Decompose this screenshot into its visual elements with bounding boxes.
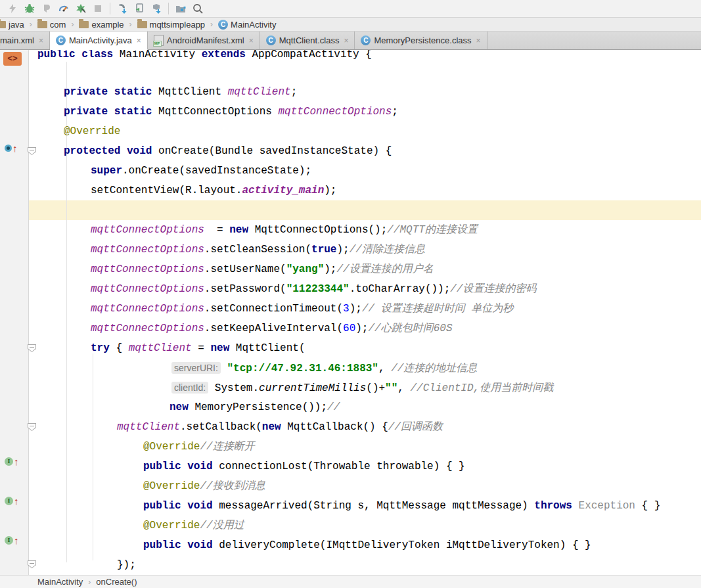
run-icon[interactable] [4,1,21,16]
close-icon[interactable]: × [476,36,481,45]
code-field: mqttConnectOptions [91,263,204,275]
fold-marker[interactable] [28,344,36,352]
debug-icon[interactable] [21,1,38,16]
stop-icon[interactable] [89,1,106,16]
fold-marker[interactable] [28,423,36,431]
chevron-separator: › [129,20,132,29]
overrides-method-icon[interactable]: ↑ [5,144,18,152]
code-line[interactable]: mqttConnectOptions = new MqttConnectOpti… [91,220,478,240]
breadcrumb-item-mqttsimpleapp[interactable]: mqttsimpleapp [136,20,207,30]
tab-MainActivity.java[interactable]: CMainActivity.java× [50,32,148,50]
code-line[interactable]: }); [117,555,136,575]
code-field: mqttConnectOptions [91,224,204,236]
run-on-device-icon[interactable] [131,1,148,16]
tab-MqttClient.class[interactable]: CMqttClient.class× [260,32,355,49]
code-editor[interactable]: <> public class MainActivity extends App… [0,50,701,575]
implements-method-icon[interactable]: I↑ [5,457,19,466]
code-cmt: //清除连接信息 [350,244,425,256]
code-line[interactable]: public void connectionLost(Throwable thr… [143,457,465,476]
code-line[interactable]: mqttConnectOptions.setPassword("11223344… [91,279,537,299]
code-tag-icon[interactable]: <> [3,52,22,66]
code-line[interactable]: try { mqttClient = new MqttClient( [91,338,305,358]
close-icon[interactable]: × [137,36,141,45]
code-line[interactable]: mqttConnectOptions.setCleanSession(true)… [91,240,425,260]
code-kw: new [210,342,229,354]
code-kw: super [91,165,122,177]
code-hint: serverURI: [171,362,221,374]
code-line[interactable]: new MemoryPersistence());// [170,397,340,417]
code-plain: , [378,363,391,374]
close-icon[interactable]: × [344,36,348,45]
fold-marker[interactable] [28,147,36,155]
code-line[interactable]: mqttConnectOptions.setKeepAliveInterval(… [91,319,452,338]
coverage-icon[interactable] [38,1,55,16]
implements-method-icon[interactable]: I↑ [5,497,19,505]
tab-MemoryPersistence.class[interactable]: CMemoryPersistence.class× [355,32,487,49]
attach-debugger-icon[interactable] [114,1,131,16]
code-line[interactable]: serverURI: "tcp://47.92.31.46:1883", //连… [171,358,477,378]
code-line[interactable]: mqttConnectOptions.setConnectionTimeout(… [91,299,513,319]
code-plain: ; [392,106,398,118]
code-line[interactable]: setContentView(R.layout.activity_main); [91,181,336,200]
code-cmt: //连接断开 [200,441,254,453]
code-it: currentTimeMillis [259,382,366,394]
code-line[interactable]: public void deliveryComplete(IMqttDelive… [143,535,591,555]
breadcrumb-item-com[interactable]: com [36,20,68,30]
up-arrow-icon: ↑ [14,536,19,545]
code-line[interactable]: mqttClient.setCallback(new MqttCallback(… [117,417,443,437]
code-str: "" [385,382,397,394]
sdk-manager-icon[interactable] [148,1,165,16]
search-icon[interactable] [189,1,206,16]
fold-marker[interactable] [28,560,36,568]
code-plain: ); [336,244,349,256]
implements-method-icon[interactable]: I↑ [5,536,19,545]
code-bi: activity_main [242,185,324,196]
manifest-file-icon [154,35,164,46]
breadcrumb-item-MainActivity[interactable]: CMainActivity [217,20,277,30]
code-kw: protected void [64,145,152,157]
close-icon[interactable]: × [39,36,43,45]
code-line[interactable]: private static MqttConnectOptions mqttCo… [64,102,398,122]
code-line[interactable]: public class MainActivity extends AppCom… [37,50,372,64]
code-plain [221,363,227,374]
code-plain: = [192,342,211,354]
code-field: mqttClient [228,86,291,98]
code-line[interactable]: public void messageArrived(String s, Mqt… [143,496,660,516]
breadcrumb: java›com›example›mqttsimpleapp›CMainActi… [0,18,701,32]
code-line[interactable]: @Override [64,122,120,141]
code-cmt: //回调函数 [388,421,443,433]
tab-label: AndroidManifest.xml [167,35,244,45]
code-plain: messageArrived(String s, MqttMessage mqt… [213,500,535,512]
code-line[interactable]: protected void onCreate(Bundle savedInst… [64,141,392,161]
code-kw: public void [143,461,213,472]
code-kw: try [91,342,110,354]
code-plain: ); [324,185,336,196]
profiler-icon[interactable] [55,1,72,16]
up-arrow-icon: ↑ [14,497,19,505]
code-line[interactable]: super.onCreate(savedInstanceState); [91,161,311,181]
close-icon[interactable]: × [249,36,254,45]
code-line[interactable]: @Override//连接断开 [143,437,255,457]
status-class[interactable]: MainActivity [37,577,83,587]
code-plain: ()+ [366,382,385,394]
project-structure-icon[interactable] [172,1,189,16]
code-gray: Exception [572,500,642,512]
code-cmt: // [327,401,340,413]
code-line[interactable]: clientId: System.currentTimeMillis()+"",… [171,378,553,397]
status-method[interactable]: onCreate() [96,577,137,587]
code-line[interactable]: @Override//接收到消息 [143,476,265,496]
ide-window: java›com›example›mqttsimpleapp›CMainActi… [0,0,701,588]
tab-activity_main.xml[interactable]: activity_main.xml× [0,32,50,49]
chevron-separator: › [30,20,32,29]
code-plain: }); [117,559,136,571]
class-icon: C [56,35,66,45]
code-line[interactable]: private static MqttClient mqttClient; [64,82,297,102]
code-line[interactable]: @Override//没用过 [143,516,244,535]
tab-AndroidManifest.xml[interactable]: AndroidManifest.xml× [148,32,260,49]
breadcrumb-item-java[interactable]: java [0,20,26,30]
apply-changes-icon[interactable] [72,1,89,16]
code-line[interactable]: mqttConnectOptions.setUserName("yang");/… [91,260,434,279]
code-plain: .toCharArray()); [350,283,451,295]
breadcrumb-item-example[interactable]: example [78,20,125,30]
folder-icon [79,21,89,28]
